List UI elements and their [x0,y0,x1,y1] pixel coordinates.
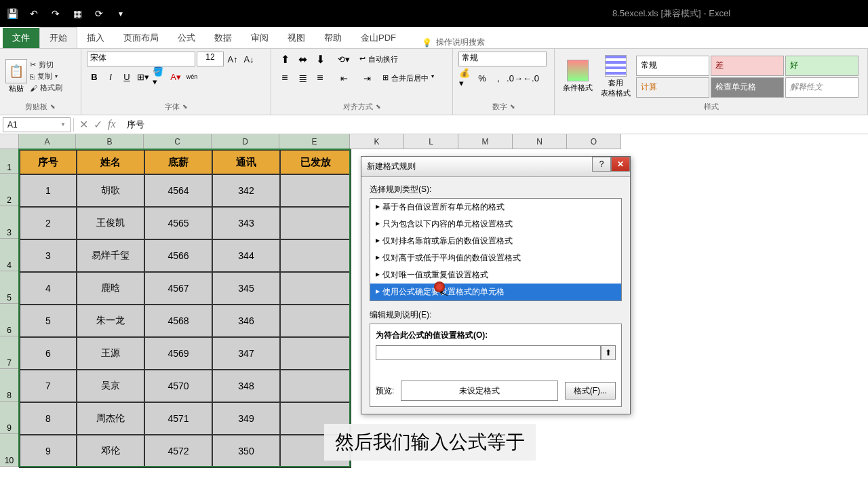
style-bad[interactable]: 差 [711,56,784,76]
table-cell[interactable]: 4572 [144,435,212,467]
dialog-titlebar[interactable]: 新建格式规则 ? ✕ [361,157,630,177]
table-cell[interactable] [280,239,351,272]
table-cell[interactable] [280,272,351,305]
table-cell[interactable]: 7 [20,370,77,402]
table-cell[interactable] [280,305,351,337]
rule-type-item[interactable]: ▸使用公式确定要设置格式的单元格 [370,284,621,300]
tab-formulas[interactable]: 公式 [168,28,205,48]
column-header[interactable]: M [458,134,513,149]
table-cell[interactable]: 350 [212,435,280,467]
orientation-button[interactable]: ⟲▾ [336,52,351,66]
table-cell[interactable]: 2 [20,207,77,239]
increase-decimal-icon[interactable]: .0→ [507,71,522,85]
align-middle-icon[interactable]: ⬌ [294,52,311,66]
column-header[interactable]: L [404,134,458,149]
table-cell[interactable]: 343 [212,207,280,239]
column-header[interactable]: C [144,134,212,149]
table-cell[interactable]: 9 [20,435,77,467]
table-cell[interactable] [280,207,351,239]
cells-area[interactable]: 序号姓名底薪通讯已发放1胡歌45643422王俊凯45653433易烊千玺456… [19,149,351,468]
table-cell[interactable]: 易烊千玺 [77,239,144,272]
tell-me-search[interactable]: 💡 操作说明搜索 [422,37,485,48]
table-cell[interactable]: 4571 [144,402,212,435]
table-cell[interactable]: 4565 [144,207,212,239]
row-header[interactable]: 10 [0,434,19,467]
indent-right-icon[interactable]: ⇥ [359,71,374,85]
column-header[interactable]: N [513,134,567,149]
table-format-button[interactable]: 套用 表格格式 [598,52,633,101]
paste-button[interactable]: 📋 粘贴 [5,59,27,94]
column-header[interactable]: D [212,134,279,149]
row-header[interactable]: 9 [0,402,19,434]
column-header[interactable]: B [76,134,144,149]
range-selector-icon[interactable]: ⬆ [601,345,616,360]
table-cell[interactable]: 3 [20,239,77,272]
help-button[interactable]: ? [592,157,611,172]
column-header[interactable]: K [350,134,404,149]
formula-input-field[interactable] [376,345,601,360]
copy-button[interactable]: ⎘复制▾ [30,71,62,81]
table-cell[interactable]: 周杰伦 [77,402,144,435]
column-header[interactable]: A [19,134,76,149]
table-cell[interactable]: 4570 [144,370,212,402]
fill-color-button[interactable]: 🪣▾ [152,69,167,84]
indent-left-icon[interactable]: ⇤ [336,71,351,85]
table-cell[interactable]: 348 [212,370,280,402]
tab-home[interactable]: 开始 [39,27,77,48]
font-size-select[interactable]: 12 [197,52,224,66]
table-cell[interactable] [280,337,351,370]
format-painter-button[interactable]: 🖌格式刷 [30,83,62,93]
column-header[interactable]: O [567,134,621,149]
expand-icon[interactable]: ⬊ [376,103,381,110]
table-cell[interactable]: 8 [20,402,77,435]
table-cell[interactable]: 347 [212,337,280,370]
table-header[interactable]: 底薪 [144,150,212,174]
table-cell[interactable]: 342 [212,174,280,207]
underline-button[interactable]: U [119,69,134,84]
table-cell[interactable]: 4568 [144,305,212,337]
font-name-select[interactable]: 宋体 [87,52,195,66]
shrink-font-icon[interactable]: A↓ [241,52,256,66]
merge-button[interactable]: ⊞合并后居中▾ [382,73,434,83]
bold-button[interactable]: B [87,69,102,84]
align-right-icon[interactable]: ≡ [312,71,328,85]
table-cell[interactable]: 6 [20,337,77,370]
rule-type-item[interactable]: ▸仅对排名靠前或靠后的数值设置格式 [370,233,621,250]
conditional-format-button[interactable]: 条件格式 [560,57,595,96]
align-top-icon[interactable]: ⬆ [277,52,293,66]
table-header[interactable]: 已发放 [280,150,351,174]
rule-type-item[interactable]: ▸只为包含以下内容的单元格设置格式 [370,216,621,233]
tab-file[interactable]: 文件 [3,28,39,48]
expand-icon[interactable]: ⬊ [510,103,515,110]
row-header[interactable]: 1 [0,149,19,174]
table-cell[interactable]: 邓伦 [77,435,144,467]
row-header[interactable]: 2 [0,174,19,206]
expand-icon[interactable]: ⬊ [50,103,56,110]
rule-type-item[interactable]: ▸仅对高于或低于平均值的数值设置格式 [370,250,621,267]
select-all-corner[interactable] [0,134,19,149]
style-normal[interactable]: 常规 [636,56,709,76]
tab-pdf[interactable]: 金山PDF [351,28,406,48]
table-cell[interactable]: 4564 [144,174,212,207]
table-header[interactable]: 姓名 [77,150,144,174]
table-cell[interactable]: 胡歌 [77,174,144,207]
name-box[interactable]: A1▼ [3,117,71,132]
number-format-select[interactable]: 常规 [458,52,547,66]
table-cell[interactable]: 4566 [144,239,212,272]
table-cell[interactable]: 王源 [77,337,144,370]
cancel-icon[interactable]: ✕ [79,118,88,131]
close-button[interactable]: ✕ [611,157,630,172]
table-cell[interactable]: 4567 [144,272,212,305]
enter-icon[interactable]: ✓ [94,118,102,131]
table-cell[interactable]: 4569 [144,337,212,370]
table-cell[interactable]: 1 [20,174,77,207]
tab-data[interactable]: 数据 [205,28,241,48]
grow-font-icon[interactable]: A↑ [225,52,240,66]
table-header[interactable]: 通讯 [212,150,280,174]
table-cell[interactable]: 345 [212,272,280,305]
table-cell[interactable]: 5 [20,305,77,337]
column-header[interactable]: E [279,134,350,149]
table-cell[interactable]: 349 [212,402,280,435]
table-cell[interactable]: 344 [212,239,280,272]
decrease-decimal-icon[interactable]: ←.0 [524,71,538,85]
